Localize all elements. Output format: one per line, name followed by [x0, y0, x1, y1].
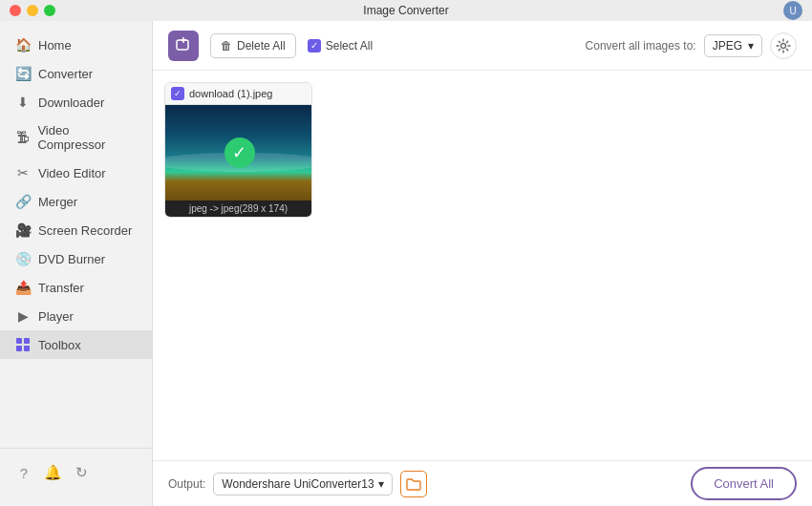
format-selected-value: JPEG [713, 39, 742, 53]
sidebar-item-player[interactable]: ▶ Player [0, 302, 152, 330]
bottom-icons: ? 🔔 ↻ [0, 458, 152, 487]
sidebar: 🏠 Home 🔄 Converter ⬇ Downloader 🗜 Video … [0, 21, 153, 506]
traffic-lights [10, 5, 55, 16]
sidebar-label-dvd-burner: DVD Burner [38, 252, 105, 266]
select-all-label: Select All [326, 39, 373, 53]
sidebar-label-screen-recorder: Screen Recorder [38, 223, 132, 238]
svg-rect-1 [24, 338, 30, 344]
player-icon: ▶ [15, 308, 31, 324]
convert-label: Convert all images to: [586, 39, 696, 53]
user-avatar[interactable]: U [783, 1, 802, 20]
video-compressor-icon: 🗜 [15, 130, 30, 145]
maximize-button[interactable] [44, 5, 55, 16]
sidebar-item-merger[interactable]: 🔗 Merger [0, 187, 152, 216]
sidebar-label-transfer: Transfer [38, 281, 84, 295]
sidebar-label-converter: Converter [38, 67, 93, 81]
sidebar-item-downloader[interactable]: ⬇ Downloader [0, 88, 152, 116]
sidebar-item-dvd-burner[interactable]: 💿 DVD Burner [0, 244, 152, 273]
transfer-icon: 📤 [15, 280, 31, 295]
screen-recorder-icon: 🎥 [15, 222, 31, 238]
title-bar-right: U [783, 1, 802, 20]
svg-rect-0 [16, 338, 22, 344]
dropdown-arrow-icon: ▾ [378, 477, 384, 491]
convert-all-button[interactable]: Convert All [691, 467, 797, 500]
toolbox-icon [15, 337, 31, 352]
home-icon: 🏠 [15, 37, 31, 53]
open-folder-button[interactable] [400, 471, 427, 497]
video-editor-icon: ✂ [15, 165, 31, 180]
merger-icon: 🔗 [15, 194, 31, 209]
file-card[interactable]: ✓ download (1).jpeg ✓ jpeg -> jpeg(289 x… [164, 82, 312, 218]
svg-rect-4 [177, 40, 188, 50]
file-thumbnail: ✓ [165, 105, 312, 200]
downloader-icon: ⬇ [15, 95, 31, 110]
svg-rect-2 [16, 346, 22, 351]
refresh-icon[interactable]: ↻ [73, 464, 90, 481]
file-checkbox-icon[interactable]: ✓ [171, 87, 184, 100]
title-bar: Image Converter U [0, 0, 812, 21]
sidebar-item-transfer[interactable]: 📤 Transfer [0, 273, 152, 302]
thumbnail-check-icon: ✓ [224, 137, 255, 168]
sidebar-item-toolbox[interactable]: Toolbox [0, 330, 152, 359]
file-info: jpeg -> jpeg(289 x 174) [165, 200, 311, 217]
toolbar-right: Convert all images to: JPEG ▾ [586, 32, 797, 59]
file-name: download (1).jpeg [189, 88, 272, 99]
main-container: 🏠 Home 🔄 Converter ⬇ Downloader 🗜 Video … [0, 21, 812, 506]
delete-all-button[interactable]: 🗑 Delete All [210, 33, 296, 58]
format-select-dropdown[interactable]: JPEG ▾ [704, 34, 762, 57]
sidebar-label-home: Home [38, 38, 72, 53]
dvd-burner-icon: 💿 [15, 251, 31, 266]
file-grid: ✓ download (1).jpeg ✓ jpeg -> jpeg(289 x… [153, 71, 812, 460]
sidebar-item-converter[interactable]: 🔄 Converter [0, 59, 152, 88]
converter-icon: 🔄 [15, 66, 31, 81]
sidebar-item-video-editor[interactable]: ✂ Video Editor [0, 158, 152, 187]
minimize-button[interactable] [27, 5, 38, 16]
delete-all-label: Delete All [237, 39, 286, 53]
output-path-select[interactable]: Wondershare UniConverter13 ▾ [213, 473, 392, 495]
content-footer: Output: Wondershare UniConverter13 ▾ Con… [153, 460, 812, 506]
add-files-button[interactable] [168, 31, 199, 61]
sidebar-label-merger: Merger [38, 195, 77, 209]
output-label: Output: [168, 477, 205, 491]
select-all-checkbox[interactable]: ✓ Select All [308, 39, 373, 53]
settings-button[interactable] [770, 32, 797, 59]
notifications-icon[interactable]: 🔔 [44, 464, 61, 481]
sidebar-label-toolbox: Toolbox [38, 338, 81, 352]
output-path-value: Wondershare UniConverter13 [222, 477, 374, 491]
sidebar-label-video-editor: Video Editor [38, 166, 106, 180]
sidebar-item-screen-recorder[interactable]: 🎥 Screen Recorder [0, 216, 152, 244]
sidebar-label-downloader: Downloader [38, 95, 104, 110]
sidebar-item-home[interactable]: 🏠 Home [0, 31, 152, 59]
checkbox-checked-icon: ✓ [308, 39, 321, 53]
sidebar-bottom: ? 🔔 ↻ [0, 448, 152, 496]
help-icon[interactable]: ? [15, 464, 32, 481]
svg-point-7 [781, 43, 786, 48]
chevron-down-icon: ▾ [748, 39, 754, 53]
sidebar-label-video-compressor: Video Compressor [37, 123, 137, 152]
close-button[interactable] [10, 5, 21, 16]
window-title: Image Converter [363, 4, 448, 17]
sidebar-label-player: Player [38, 309, 74, 324]
content-toolbar: 🗑 Delete All ✓ Select All Convert all im… [153, 21, 812, 71]
svg-rect-3 [24, 346, 30, 351]
file-card-header: ✓ download (1).jpeg [165, 83, 311, 105]
delete-icon: 🗑 [221, 39, 232, 53]
sidebar-item-video-compressor[interactable]: 🗜 Video Compressor [0, 116, 152, 158]
content-area: 🗑 Delete All ✓ Select All Convert all im… [153, 21, 812, 506]
